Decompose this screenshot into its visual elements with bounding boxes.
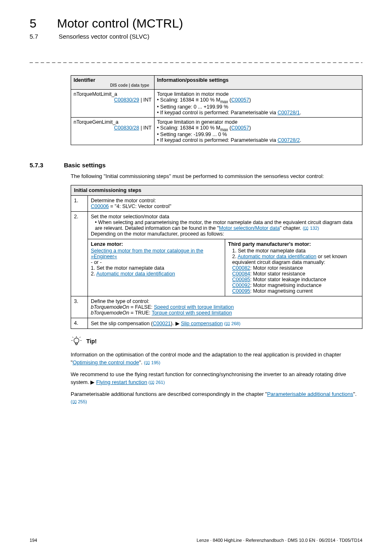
page-ref[interactable]: (🕮 195) (144, 360, 160, 365)
c00085-link[interactable]: C00085 (232, 277, 250, 282)
step-text: Set the motor selection/motor data (91, 214, 359, 220)
info-line: Torque limitation in generator mode (157, 119, 360, 125)
table-row: 2. Set the motor selection/motor data • … (71, 212, 362, 239)
identifier-dtype: | INT (139, 97, 152, 103)
c00728-1-link[interactable]: C00728/1 (277, 110, 300, 116)
slip-compensation-link[interactable]: Slip compensation (181, 321, 223, 326)
info-line: • Scaling: 16384 ≡ 100 % Mmax (C00057) (157, 97, 360, 104)
c00092-link[interactable]: C00092 (232, 282, 250, 288)
step-number: 3. (71, 296, 88, 318)
svg-point-0 (74, 338, 79, 343)
chapter-number: 5 (30, 16, 37, 30)
identifier-name: nTorqueMotLimit_a (74, 91, 152, 97)
param-desc: : Motor magnetising current (250, 288, 313, 294)
param-desc: : Motor stator leakage inductance (250, 277, 326, 282)
steps-header: Initial commissioning steps (71, 185, 362, 196)
table1-head-info: Information/possible settings (154, 76, 362, 90)
third-party-motor-head: Third party manufacturer's motor: (228, 241, 359, 247)
info-line: Torque limitation in motor mode (157, 91, 360, 97)
section-number: 5.7 (30, 33, 38, 40)
identifier-dtype: | INT (139, 125, 152, 131)
optimising-control-mode-link[interactable]: Optimising the control mode (73, 359, 139, 365)
table-row: nTorqueMotLimit_a C00830/29 | INT Torque… (71, 90, 362, 118)
svg-line-4 (72, 337, 73, 338)
var-name: bTorquemodeOn (91, 304, 129, 310)
identifier-code-link[interactable]: C00830/28 (114, 125, 139, 131)
c00728-2-link[interactable]: C00728/2 (277, 137, 300, 143)
step-text: = "4: SLVC: Vector control" (109, 204, 171, 209)
step-text: Set the slip compensation ( (91, 321, 153, 326)
step-text: = TRUE: (129, 310, 152, 316)
var-name: bTorquemodeOn (91, 310, 129, 316)
divider-dashes: _ _ _ _ _ _ _ _ _ _ _ _ _ _ _ _ _ _ _ _ … (30, 56, 362, 63)
step-number: 1. (71, 196, 88, 212)
table1-head-identifier: Identifier (74, 77, 152, 83)
footer-page-number: 194 (30, 538, 37, 543)
identifier-name: nTorqueGenLimit_a (74, 119, 152, 125)
identifier-table: Identifier DIS code | data type Informat… (71, 75, 362, 145)
speed-control-link[interactable]: Speed control with torque limitation (154, 304, 234, 310)
identifier-code-link[interactable]: C00830/29 (114, 97, 139, 103)
table1-head-dis: DIS code | data type (74, 83, 152, 88)
step-text: Determine the motor control: (91, 198, 359, 204)
step-text: = FALSE: (129, 304, 154, 310)
step-text: 1. Set the motor nameplate data (232, 248, 359, 254)
step-text: Depending on the motor manufacturer, pro… (91, 231, 359, 237)
step-text: 2. (232, 254, 238, 259)
table-row: 3. Define the type of control: bTorquemo… (71, 296, 362, 318)
c00082-link[interactable]: C00082 (232, 265, 250, 271)
info-line: • If keypad control is performed: Parame… (157, 137, 360, 143)
select-motor-catalogue-link[interactable]: Selecting a motor from the motor catalog… (91, 248, 203, 259)
svg-line-5 (80, 337, 81, 338)
intro-text: The following "Initial commissioning ste… (71, 173, 362, 180)
lenze-motor-head: Lenze motor: (91, 241, 222, 247)
param-desc: : Motor stator resistance (250, 271, 305, 277)
step-number: 4. (71, 318, 88, 329)
tip-text: ". (353, 391, 357, 397)
table-row: nTorqueGenLimit_a C00830/28 | INT Torque… (71, 117, 362, 145)
step-text: " chapter. (280, 225, 303, 231)
page-ref[interactable]: (🕮 261) (147, 380, 165, 385)
info-line: • Scaling: 16384 ≡ 100 % Mmax (C00057) (157, 125, 360, 132)
info-line: • If keypad control is performed: Parame… (157, 110, 360, 116)
param-desc: : Motor rotor resistance (250, 265, 303, 271)
c00057-link[interactable]: C00057 (231, 97, 249, 103)
page-ref[interactable]: (🕮 132) (303, 226, 319, 231)
section-title: Sensorless vector control (SLVC) (59, 33, 150, 40)
tip-text: Parameterisable additional functions are… (71, 391, 267, 397)
subsection-number: 5.7.3 (30, 162, 43, 169)
auto-motor-id-link[interactable]: Automatic motor data identification (96, 271, 175, 277)
info-line: • Setting range: 0 ... +199.99 % (157, 104, 360, 110)
subsection-title: Basic settings (64, 162, 106, 169)
page-ref[interactable]: (🕮 268) (223, 321, 240, 326)
motor-selection-link[interactable]: Motor selection/Motor data (219, 225, 280, 231)
table-row: 1. Determine the motor control: C00006 =… (71, 196, 362, 212)
info-line: • Setting range: -199.99 ... 0 % (157, 132, 360, 137)
torque-control-link[interactable]: Torque control with speed limitation (152, 310, 232, 316)
flying-restart-link[interactable]: Flying restart function (96, 379, 147, 385)
tip-body: Information on the optimisation of the c… (71, 351, 362, 406)
step-text: Define the type of control: (91, 298, 359, 304)
commissioning-steps-table: Initial commissioning steps 1. Determine… (71, 185, 362, 329)
tip-icon (71, 335, 82, 347)
c00021-link[interactable]: C00021 (153, 321, 171, 326)
chapter-title: Motor control (MCTRL) (57, 16, 183, 30)
c00095-link[interactable]: C00095 (232, 288, 250, 294)
step-text: ). ▶ (171, 321, 181, 326)
tip-label: Tip! (86, 335, 97, 345)
table-row: 4. Set the slip compensation (C00021). ▶… (71, 318, 362, 329)
tip-text: ". (139, 359, 144, 365)
c00084-link[interactable]: C00084 (232, 271, 250, 277)
c00006-link[interactable]: C00006 (91, 204, 109, 209)
footer-doc-info: Lenze · 8400 HighLine · Referenzhandbuch… (197, 538, 362, 543)
param-desc: : Motor magnetising inductance (250, 282, 322, 288)
page-ref[interactable]: (🕮 255) (71, 399, 87, 404)
or-text: - or - (91, 259, 222, 265)
param-additional-functions-link[interactable]: Parameterisable additional functions (267, 391, 353, 397)
auto-motor-id-link[interactable]: Automatic motor data identification (238, 254, 316, 259)
step-text: 1. Set the motor nameplate data (91, 265, 222, 271)
table-row: Lenze motor: Selecting a motor from the … (71, 239, 362, 296)
step-text: 2. (91, 271, 96, 277)
c00057-link[interactable]: C00057 (231, 125, 249, 131)
step-number: 2. (71, 212, 88, 296)
